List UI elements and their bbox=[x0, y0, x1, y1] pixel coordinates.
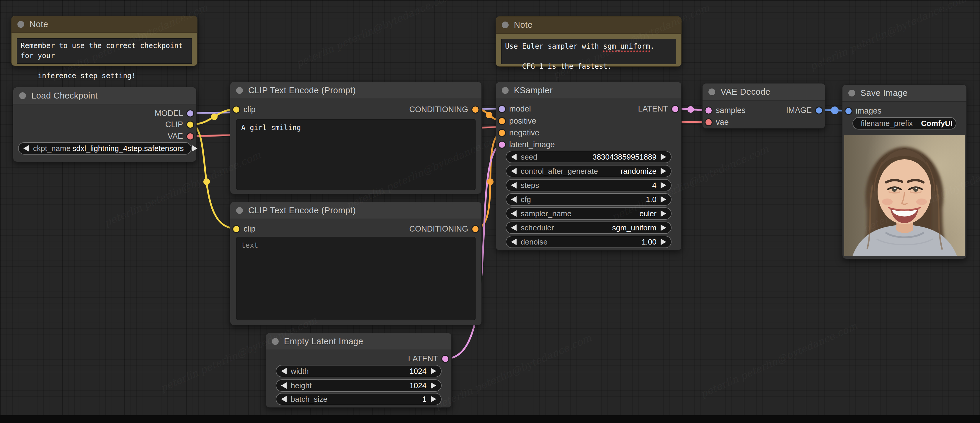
node-status-dot[interactable] bbox=[19, 92, 26, 99]
decrement-arrow-icon[interactable] bbox=[511, 154, 517, 160]
input-port-clip[interactable]: clip bbox=[233, 223, 256, 235]
conditioning-port-dot[interactable] bbox=[499, 118, 505, 124]
output-port-image[interactable]: IMAGE bbox=[786, 105, 822, 116]
output-port-clip[interactable]: CLIP bbox=[165, 119, 193, 130]
denoise-widget[interactable]: denoise 1.00 bbox=[506, 236, 671, 248]
node-ksampler[interactable]: KSampler model positive negative latent_… bbox=[496, 82, 682, 250]
increment-arrow-icon[interactable] bbox=[660, 168, 666, 174]
latent-port-dot[interactable] bbox=[672, 106, 678, 112]
node-header[interactable]: CLIP Text Encode (Prompt) bbox=[230, 202, 481, 219]
input-port-latent-image[interactable]: latent_image bbox=[499, 139, 555, 151]
decrement-arrow-icon[interactable] bbox=[511, 210, 517, 217]
decrement-arrow-icon[interactable] bbox=[511, 196, 517, 203]
node-header[interactable]: KSampler bbox=[496, 82, 681, 99]
increment-arrow-icon[interactable] bbox=[660, 154, 666, 160]
vae-port-dot[interactable] bbox=[187, 133, 193, 139]
clip-port-dot[interactable] bbox=[233, 226, 239, 232]
sampler-name-widget[interactable]: sampler_name euler bbox=[506, 208, 671, 220]
decrement-arrow-icon[interactable] bbox=[511, 182, 517, 189]
height-widget[interactable]: height 1024 bbox=[276, 379, 442, 392]
node-status-dot[interactable] bbox=[236, 207, 243, 214]
node-clip-text-encode-negative[interactable]: CLIP Text Encode (Prompt) clip CONDITION… bbox=[230, 202, 482, 325]
input-port-model[interactable]: model bbox=[499, 103, 531, 115]
input-port-images[interactable]: images bbox=[845, 105, 881, 117]
width-widget[interactable]: width 1024 bbox=[276, 365, 442, 377]
increment-arrow-icon[interactable] bbox=[431, 382, 436, 389]
increment-arrow-icon[interactable] bbox=[431, 368, 436, 374]
clip-port-dot[interactable] bbox=[233, 106, 239, 112]
model-port-dot[interactable] bbox=[187, 110, 193, 117]
increment-arrow-icon[interactable] bbox=[660, 239, 666, 245]
model-port-dot[interactable] bbox=[499, 106, 505, 112]
latent-port-dot[interactable] bbox=[705, 108, 712, 114]
note-text-area[interactable]: Use Euler sampler with sgm_uniform. CFG … bbox=[501, 39, 676, 64]
prompt-textarea[interactable]: A girl smiling bbox=[236, 119, 476, 190]
latent-port-dot[interactable] bbox=[499, 142, 505, 148]
decrement-arrow-icon[interactable] bbox=[511, 168, 517, 174]
node-status-dot[interactable] bbox=[502, 22, 509, 29]
scheduler-widget[interactable]: scheduler sgm_uniform bbox=[506, 222, 671, 234]
ckpt-name-widget[interactable]: ckpt_name sdxl_lightning_4step.safetenso… bbox=[18, 142, 192, 155]
conditioning-port-dot[interactable] bbox=[472, 226, 479, 232]
increment-arrow-icon[interactable] bbox=[192, 145, 197, 152]
port-label: LATENT bbox=[638, 105, 668, 114]
node-status-dot[interactable] bbox=[708, 89, 715, 95]
node-vae-decode[interactable]: VAE Decode samples vae IMAGE bbox=[702, 83, 825, 128]
steps-widget[interactable]: steps 4 bbox=[506, 179, 671, 192]
input-port-clip[interactable]: clip bbox=[233, 103, 256, 115]
control-after-generate-widget[interactable]: control_after_generate randomize bbox=[506, 165, 671, 177]
increment-arrow-icon[interactable] bbox=[660, 225, 666, 231]
node-status-dot[interactable] bbox=[848, 90, 855, 97]
input-port-vae[interactable]: vae bbox=[705, 116, 729, 128]
decrement-arrow-icon[interactable] bbox=[281, 396, 286, 402]
output-port-conditioning[interactable]: CONDITIONING bbox=[409, 223, 479, 235]
seed-widget[interactable]: seed 383043859951889 bbox=[506, 151, 671, 163]
note-header[interactable]: Note bbox=[496, 16, 681, 33]
increment-arrow-icon[interactable] bbox=[431, 396, 436, 402]
node-status-dot[interactable] bbox=[18, 21, 24, 28]
conditioning-port-dot[interactable] bbox=[499, 130, 505, 136]
output-port-vae[interactable]: VAE bbox=[168, 130, 193, 142]
image-port-dot[interactable] bbox=[845, 108, 851, 114]
node-header[interactable]: Save Image bbox=[842, 85, 966, 102]
output-port-conditioning[interactable]: CONDITIONING bbox=[409, 103, 479, 115]
node-header[interactable]: Load Checkpoint bbox=[13, 87, 196, 105]
conditioning-port-dot[interactable] bbox=[472, 106, 479, 112]
decrement-arrow-icon[interactable] bbox=[511, 239, 517, 245]
node-header[interactable]: Empty Latent Image bbox=[266, 333, 451, 350]
note-text-area[interactable]: Remember to use the correct checkpoint f… bbox=[17, 38, 192, 64]
decrement-arrow-icon[interactable] bbox=[281, 368, 286, 374]
node-status-dot[interactable] bbox=[272, 338, 278, 345]
prompt-textarea[interactable]: text bbox=[236, 237, 476, 320]
node-header[interactable]: CLIP Text Encode (Prompt) bbox=[230, 82, 481, 99]
image-port-dot[interactable] bbox=[816, 108, 822, 114]
increment-arrow-icon[interactable] bbox=[660, 182, 666, 189]
node-status-dot[interactable] bbox=[502, 87, 509, 94]
increment-arrow-icon[interactable] bbox=[660, 210, 666, 217]
output-port-model[interactable]: MODEL bbox=[155, 108, 193, 119]
cfg-widget[interactable]: cfg 1.0 bbox=[506, 193, 671, 206]
input-port-negative[interactable]: negative bbox=[499, 127, 539, 139]
decrement-arrow-icon[interactable] bbox=[511, 225, 517, 231]
node-empty-latent-image[interactable]: Empty Latent Image LATENT width 1024 hei… bbox=[266, 333, 452, 408]
decrement-arrow-icon[interactable] bbox=[281, 382, 286, 389]
decrement-arrow-icon[interactable] bbox=[23, 145, 29, 152]
latent-port-dot[interactable] bbox=[442, 356, 449, 362]
node-clip-text-encode-positive[interactable]: CLIP Text Encode (Prompt) clip CONDITION… bbox=[230, 82, 482, 194]
output-port-latent[interactable]: LATENT bbox=[408, 353, 449, 364]
vae-port-dot[interactable] bbox=[705, 119, 712, 125]
input-port-samples[interactable]: samples bbox=[705, 105, 746, 116]
node-header[interactable]: VAE Decode bbox=[703, 84, 825, 101]
output-port-latent[interactable]: LATENT bbox=[638, 103, 678, 115]
node-status-dot[interactable] bbox=[236, 87, 243, 94]
node-load-checkpoint[interactable]: Load Checkpoint MODEL CLIP VAE ckpt_name… bbox=[13, 87, 197, 162]
input-port-positive[interactable]: positive bbox=[499, 115, 536, 127]
note-node-sampler[interactable]: Note Use Euler sampler with sgm_uniform.… bbox=[496, 16, 682, 67]
increment-arrow-icon[interactable] bbox=[660, 196, 666, 203]
note-header[interactable]: Note bbox=[11, 16, 197, 33]
batch-size-widget[interactable]: batch_size 1 bbox=[276, 393, 442, 405]
note-node-checkpoint[interactable]: Note Remember to use the correct checkpo… bbox=[11, 16, 197, 66]
filename-prefix-widget[interactable]: filename_prefix ComfyUI bbox=[853, 117, 956, 130]
clip-port-dot[interactable] bbox=[187, 122, 193, 128]
node-save-image[interactable]: Save Image images filename_prefix ComfyU… bbox=[842, 84, 967, 259]
